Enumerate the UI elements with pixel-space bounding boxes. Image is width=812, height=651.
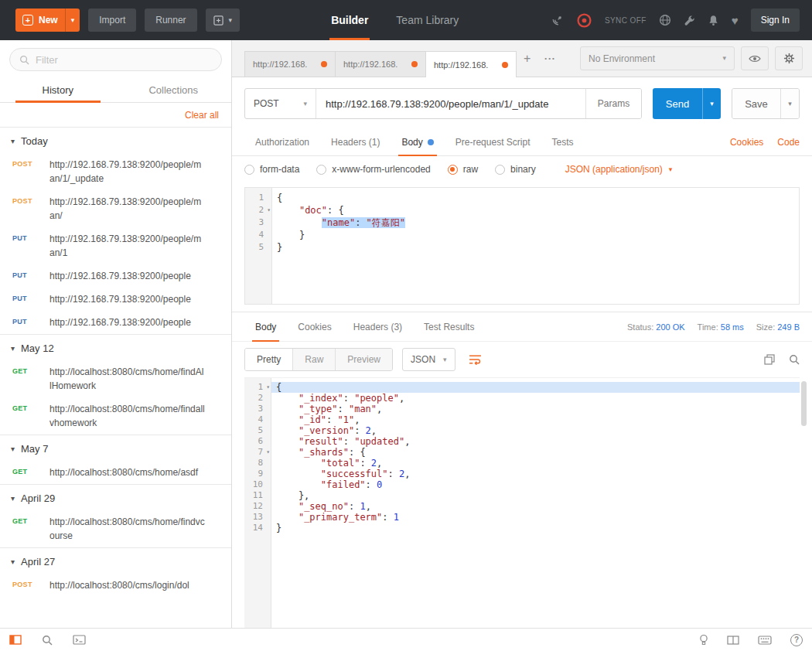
history-group-header[interactable]: ▾April 29 — [0, 485, 231, 510]
settings-wrench-icon[interactable] — [684, 15, 695, 26]
code-token: "_id" — [299, 414, 326, 425]
gutter-line-number: 1 — [245, 192, 271, 204]
response-body-viewer[interactable]: 1▾234567▾891011121314 { "_index": "peopl… — [244, 377, 800, 628]
scrollbar[interactable] — [801, 381, 807, 625]
open-request-tab[interactable]: http://192.168. — [335, 51, 426, 77]
history-item[interactable]: PUThttp://192.168.79.138:9200/people — [0, 311, 231, 334]
code-line: "_shards": { — [271, 447, 800, 458]
cookies-link[interactable]: Cookies — [730, 137, 763, 148]
open-request-tab[interactable]: http://192.168. — [244, 51, 336, 77]
favorites-heart-icon[interactable]: ♥ — [732, 14, 739, 27]
history-item[interactable]: POSThttp://192.168.79.138:9200/people/ma… — [0, 153, 231, 190]
nav-builder[interactable]: Builder — [331, 0, 368, 40]
history-item[interactable]: GEThttp://localhost:8080/cms/home/findvc… — [0, 510, 231, 547]
request-tab-body[interactable]: Body — [391, 128, 444, 155]
sign-in-button[interactable]: Sign In — [751, 9, 800, 32]
lightbulb-icon[interactable] — [699, 634, 708, 646]
copy-icon[interactable] — [764, 354, 775, 365]
proxy-antenna-icon[interactable] — [551, 14, 564, 26]
more-tabs-button[interactable]: ••• — [538, 55, 561, 62]
meta-value: 249 B — [777, 322, 800, 332]
interceptor-globe-icon[interactable] — [659, 14, 671, 26]
request-tab-authorization[interactable]: Authorization — [244, 128, 320, 155]
url-input[interactable] — [316, 89, 585, 118]
search-icon[interactable] — [42, 635, 53, 646]
request-body-editor[interactable]: 12▾345 { "doc": { "name": "符嘉阳" }} — [244, 187, 800, 305]
keyboard-shortcuts-icon[interactable] — [758, 636, 772, 645]
code-line: "doc": { — [272, 204, 799, 216]
response-tab-test-results[interactable]: Test Results — [413, 312, 485, 341]
request-tab-headers-1[interactable]: Headers (1) — [320, 128, 391, 155]
history-group-header[interactable]: ▾May 7 — [0, 435, 231, 461]
clear-all-link[interactable]: Clear all — [185, 110, 219, 121]
format-select[interactable]: JSON ▾ — [402, 348, 455, 371]
save-button[interactable]: Save — [732, 89, 780, 118]
code-token: : — [337, 404, 348, 414]
environment-select[interactable]: No Environment ▾ — [580, 46, 735, 70]
history-item[interactable]: PUThttp://192.168.79.138:9200/people — [0, 288, 231, 311]
environment-quicklook-button[interactable] — [741, 46, 769, 70]
fold-caret-icon[interactable]: ▾ — [267, 204, 271, 216]
request-tab-tests[interactable]: Tests — [541, 128, 584, 155]
history-group-header[interactable]: ▾April 27 — [0, 548, 231, 574]
history-group-header[interactable]: ▾Today — [0, 128, 231, 153]
history-item[interactable]: POSThttp://localhost:8080/cms/login/dol — [0, 574, 231, 597]
two-pane-view-icon[interactable] — [727, 636, 739, 645]
open-request-tab[interactable]: http://192.168. — [425, 51, 517, 77]
history-item[interactable]: GEThttp://localhost:8080/cms/home/findal… — [0, 397, 231, 435]
save-options-button[interactable]: ▾ — [780, 89, 799, 118]
import-button[interactable]: Import — [88, 9, 136, 32]
notifications-bell-icon[interactable] — [708, 15, 719, 26]
nav-team-library[interactable]: Team Library — [396, 0, 459, 40]
method-select[interactable]: POST ▾ — [245, 89, 316, 118]
fold-caret-icon[interactable]: ▾ — [266, 382, 270, 393]
main-nav: BuilderTeam Library — [331, 0, 459, 40]
settings-button[interactable] — [775, 46, 803, 70]
fold-caret-icon[interactable]: ▾ — [266, 447, 270, 458]
sync-status-icon[interactable] — [576, 12, 592, 29]
workspace-button[interactable]: ▾ — [206, 9, 241, 32]
toggle-sidebar-icon[interactable] — [9, 635, 22, 645]
filter-input[interactable] — [36, 54, 212, 66]
response-tab-cookies[interactable]: Cookies — [287, 312, 342, 341]
console-icon[interactable] — [73, 635, 86, 645]
scrollbar-thumb[interactable] — [801, 381, 807, 426]
history-item[interactable]: GEThttp://localhost:8080/cms/home/asdf — [0, 461, 231, 484]
gutter-line-number: 2 — [244, 393, 271, 404]
new-tab-button[interactable]: + — [516, 52, 538, 66]
body-type-raw[interactable]: raw — [448, 164, 478, 175]
editor-code[interactable]: { "doc": { "name": "符嘉阳" }} — [272, 188, 799, 304]
runner-button[interactable]: Runner — [145, 9, 196, 32]
sidebar-tabs: HistoryCollections — [0, 77, 231, 103]
response-tab-headers-3[interactable]: Headers (3) — [343, 312, 413, 341]
sidebar-tab-collections[interactable]: Collections — [116, 77, 232, 102]
history-item[interactable]: GEThttp://localhost:8080/cms/home/findAl… — [0, 360, 231, 397]
response-tab-body[interactable]: Body — [244, 312, 287, 341]
history-item[interactable]: POSThttp://192.168.79.138:9200/people/ma… — [0, 190, 231, 227]
tab-label: Cookies — [298, 322, 331, 332]
new-options-button[interactable]: ▾ — [65, 9, 80, 32]
view-mode-pretty[interactable]: Pretty — [245, 349, 293, 370]
code-token: "updated" — [354, 436, 404, 447]
history-item[interactable]: PUThttp://192.168.79.138:9200/people/man… — [0, 227, 231, 264]
request-tab-pre-request-script[interactable]: Pre-request Script — [445, 128, 541, 155]
view-mode-raw[interactable]: Raw — [293, 349, 336, 370]
params-button[interactable]: Params — [585, 89, 641, 118]
send-button[interactable]: Send — [653, 88, 702, 119]
wrap-text-button[interactable] — [465, 349, 486, 370]
view-mode-preview[interactable]: Preview — [336, 349, 392, 370]
history-item[interactable]: PUThttp://192.168.79.138:9200/people — [0, 264, 231, 288]
body-type-row: form-datax-www-form-urlencodedrawbinary … — [232, 156, 812, 182]
content-type-select[interactable]: JSON (application/json) ▾ — [565, 164, 673, 175]
history-group-header[interactable]: ▾May 12 — [0, 335, 231, 360]
help-icon[interactable]: ? — [790, 634, 803, 646]
body-type-form-data[interactable]: form-data — [244, 164, 299, 175]
search-response-icon[interactable] — [789, 354, 800, 365]
sidebar-tab-history[interactable]: History — [0, 77, 116, 102]
viewer-code[interactable]: { "_index": "people", "_type": "man", "_… — [271, 378, 800, 628]
new-button[interactable]: + New ▾ — [15, 9, 80, 32]
code-link[interactable]: Code — [777, 137, 800, 148]
body-type-binary[interactable]: binary — [495, 164, 536, 175]
send-options-button[interactable]: ▾ — [702, 88, 721, 119]
body-type-x-www-form-urlencoded[interactable]: x-www-form-urlencoded — [316, 164, 430, 175]
